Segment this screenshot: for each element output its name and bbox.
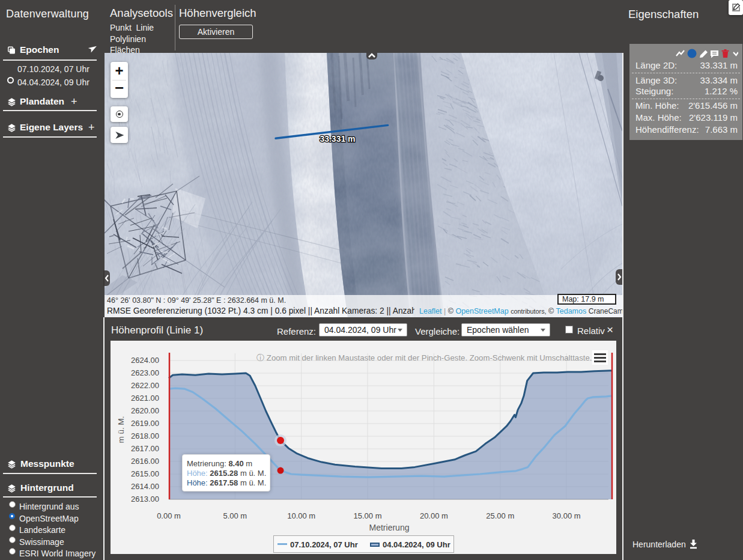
svg-text:33.331 m: 33.331 m — [320, 134, 355, 144]
